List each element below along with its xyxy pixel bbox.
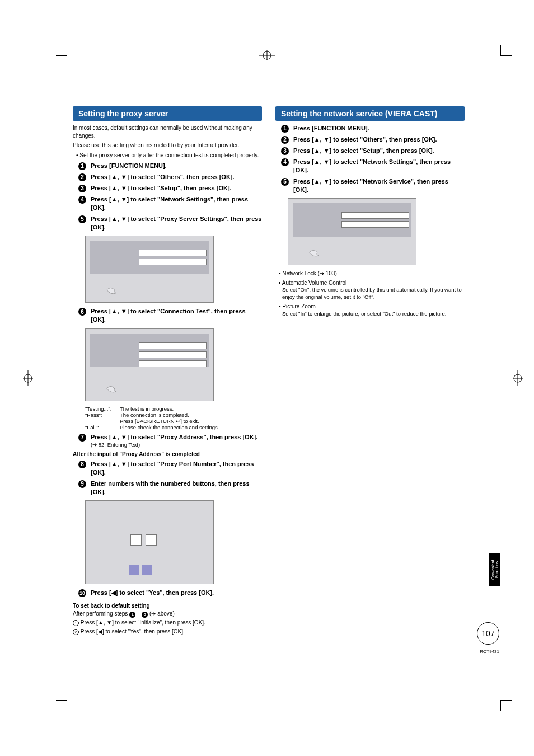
reset-step: 2 Press [◀] to select "Yes", then press … — [73, 628, 262, 636]
step-number-icon: 1 — [281, 125, 289, 133]
crop-mark — [500, 45, 512, 56]
crop-mark — [500, 700, 512, 711]
reset-text: After performing steps 1 – 5 (➔ above) — [73, 610, 262, 618]
step-text: Press [▲, ▼] to select "Others", then pr… — [293, 135, 465, 144]
section-header-network-service: Setting the network service (VIERA CAST) — [275, 106, 465, 121]
step-number-icon: 3 — [281, 147, 289, 155]
note-item: • Picture Zoom — [279, 303, 465, 311]
hand-pointer-icon — [105, 284, 121, 298]
connection-test-screenshot — [85, 328, 214, 401]
section-header-proxy: Setting the proxy server — [73, 106, 262, 121]
top-rule — [67, 87, 500, 87]
step-number-icon: 6 — [78, 308, 86, 316]
port-number-screenshot — [85, 500, 214, 584]
intro-text: Please use this setting when instructed … — [73, 142, 262, 149]
step-number-icon: 4 — [281, 158, 289, 166]
network-service-screenshot — [288, 198, 416, 265]
step-number-icon: 9 — [78, 480, 86, 488]
step-number-icon: 2 — [281, 136, 289, 144]
note-item: • Automatic Volume Control — [279, 279, 465, 287]
sub-heading: After the input of "Proxy Address" is co… — [73, 451, 262, 457]
step-number-icon: 8 — [78, 461, 86, 468]
reset-heading: To set back to default setting — [73, 603, 262, 609]
hand-pointer-icon — [308, 247, 324, 260]
step-number-icon: 3 — [78, 185, 86, 192]
reset-step: 1 Press [▲, ▼] to select "Initialize", t… — [73, 619, 262, 627]
step-text: Press [▲, ▼] to select "Setup", then pre… — [91, 184, 262, 192]
step-text: Press [◀] to select "Yes", then press [O… — [91, 589, 262, 597]
step-text: Press [▲, ▼] to select "Proxy Server Set… — [91, 215, 262, 232]
step-text: Press [▲, ▼] to select "Setup", then pre… — [293, 147, 465, 155]
registration-mark-icon — [513, 370, 523, 386]
page-number: 107 — [477, 622, 499, 645]
crop-mark — [56, 45, 67, 56]
step-number-icon: 1 — [78, 162, 86, 170]
step-text: Press [FUNCTION MENU]. — [91, 162, 262, 170]
step-text: Press [▲, ▼] to select "Proxy Address", … — [91, 433, 262, 442]
step-text: Press [FUNCTION MENU]. — [293, 124, 465, 133]
step-text: Enter numbers with the numbered buttons,… — [91, 480, 262, 496]
proxy-settings-screenshot — [85, 236, 214, 303]
note-item: • Network Lock (➔ 103) — [279, 270, 465, 278]
note-detail: Select "On", the volume is controlled by… — [282, 287, 465, 301]
step-number-icon: 5 — [78, 215, 86, 223]
crop-mark — [56, 700, 67, 711]
step-text: Press [▲, ▼] to select "Network Settings… — [91, 195, 262, 212]
step-text: Press [▲, ▼] to select "Proxy Port Numbe… — [91, 460, 262, 477]
cross-ref-note: (➔ 82, Entering Text) — [91, 442, 262, 448]
note-detail: Select "In" to enlarge the picture, or s… — [282, 311, 465, 318]
step-text: Press [▲, ▼] to select "Network Settings… — [293, 158, 465, 175]
intro-text: In most cases, default settings can norm… — [73, 124, 262, 139]
registration-mark-icon — [23, 370, 33, 386]
step-text: Press [▲, ▼] to select "Network Service"… — [293, 177, 465, 194]
intro-bullet: • Set the proxy server only after the co… — [76, 152, 262, 159]
registration-mark-icon — [259, 50, 275, 60]
connection-status-table: "Testing...":The test is in progress. "P… — [85, 406, 262, 430]
step-text: Press [▲, ▼] to select "Others", then pr… — [91, 173, 262, 181]
step-number-icon: 2 — [78, 173, 86, 181]
step-text: Press [▲, ▼] to select "Connection Test"… — [91, 307, 262, 324]
document-id: RQT9431 — [480, 649, 499, 654]
step-number-icon: 10 — [78, 589, 86, 597]
step-number-icon: 7 — [78, 434, 86, 442]
step-number-icon: 5 — [281, 178, 289, 186]
hand-pointer-icon — [105, 383, 121, 396]
section-tab: Convenient Functions — [489, 553, 500, 586]
step-number-icon: 4 — [78, 196, 86, 204]
